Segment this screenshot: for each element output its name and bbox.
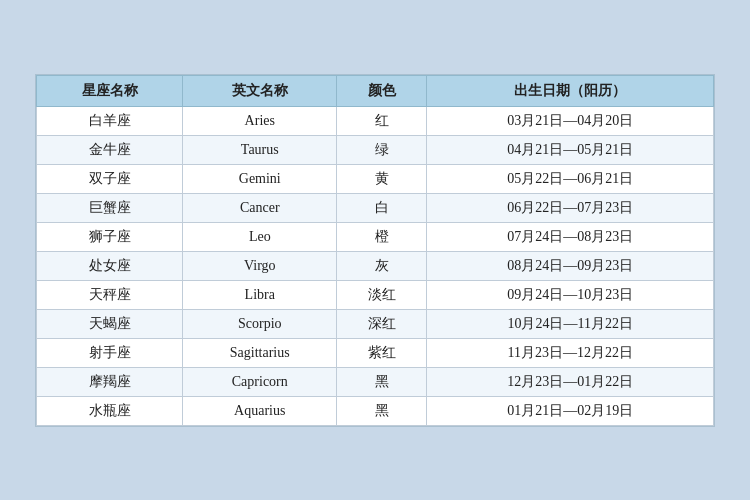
cell-chinese: 狮子座 <box>37 222 183 251</box>
cell-dates: 10月24日—11月22日 <box>427 309 714 338</box>
zodiac-table-container: 星座名称 英文名称 颜色 出生日期（阳历） 白羊座Aries红03月21日—04… <box>35 74 715 427</box>
cell-chinese: 天蝎座 <box>37 309 183 338</box>
cell-chinese: 天秤座 <box>37 280 183 309</box>
table-row: 水瓶座Aquarius黑01月21日—02月19日 <box>37 396 714 425</box>
table-header-row: 星座名称 英文名称 颜色 出生日期（阳历） <box>37 75 714 106</box>
cell-chinese: 白羊座 <box>37 106 183 135</box>
cell-chinese: 金牛座 <box>37 135 183 164</box>
cell-color: 深红 <box>337 309 427 338</box>
cell-english: Leo <box>183 222 337 251</box>
cell-dates: 01月21日—02月19日 <box>427 396 714 425</box>
table-row: 天蝎座Scorpio深红10月24日—11月22日 <box>37 309 714 338</box>
cell-color: 绿 <box>337 135 427 164</box>
col-header-dates: 出生日期（阳历） <box>427 75 714 106</box>
cell-dates: 09月24日—10月23日 <box>427 280 714 309</box>
cell-dates: 06月22日—07月23日 <box>427 193 714 222</box>
cell-dates: 05月22日—06月21日 <box>427 164 714 193</box>
col-header-chinese: 星座名称 <box>37 75 183 106</box>
zodiac-table: 星座名称 英文名称 颜色 出生日期（阳历） 白羊座Aries红03月21日—04… <box>36 75 714 426</box>
cell-chinese: 射手座 <box>37 338 183 367</box>
cell-english: Taurus <box>183 135 337 164</box>
col-header-color: 颜色 <box>337 75 427 106</box>
cell-english: Virgo <box>183 251 337 280</box>
table-row: 处女座Virgo灰08月24日—09月23日 <box>37 251 714 280</box>
cell-color: 淡红 <box>337 280 427 309</box>
table-row: 巨蟹座Cancer白06月22日—07月23日 <box>37 193 714 222</box>
cell-chinese: 处女座 <box>37 251 183 280</box>
cell-color: 灰 <box>337 251 427 280</box>
cell-dates: 08月24日—09月23日 <box>427 251 714 280</box>
cell-dates: 03月21日—04月20日 <box>427 106 714 135</box>
cell-color: 黑 <box>337 396 427 425</box>
cell-english: Libra <box>183 280 337 309</box>
cell-english: Gemini <box>183 164 337 193</box>
cell-color: 紫红 <box>337 338 427 367</box>
cell-chinese: 巨蟹座 <box>37 193 183 222</box>
cell-chinese: 双子座 <box>37 164 183 193</box>
cell-dates: 12月23日—01月22日 <box>427 367 714 396</box>
cell-color: 白 <box>337 193 427 222</box>
cell-dates: 04月21日—05月21日 <box>427 135 714 164</box>
cell-color: 橙 <box>337 222 427 251</box>
cell-dates: 11月23日—12月22日 <box>427 338 714 367</box>
table-body: 白羊座Aries红03月21日—04月20日金牛座Taurus绿04月21日—0… <box>37 106 714 425</box>
table-row: 射手座Sagittarius紫红11月23日—12月22日 <box>37 338 714 367</box>
cell-english: Aries <box>183 106 337 135</box>
table-row: 天秤座Libra淡红09月24日—10月23日 <box>37 280 714 309</box>
cell-color: 黑 <box>337 367 427 396</box>
table-row: 狮子座Leo橙07月24日—08月23日 <box>37 222 714 251</box>
cell-chinese: 水瓶座 <box>37 396 183 425</box>
cell-dates: 07月24日—08月23日 <box>427 222 714 251</box>
cell-english: Cancer <box>183 193 337 222</box>
table-row: 双子座Gemini黄05月22日—06月21日 <box>37 164 714 193</box>
cell-english: Sagittarius <box>183 338 337 367</box>
cell-chinese: 摩羯座 <box>37 367 183 396</box>
cell-english: Scorpio <box>183 309 337 338</box>
table-row: 摩羯座Capricorn黑12月23日—01月22日 <box>37 367 714 396</box>
cell-english: Aquarius <box>183 396 337 425</box>
cell-color: 红 <box>337 106 427 135</box>
table-row: 金牛座Taurus绿04月21日—05月21日 <box>37 135 714 164</box>
table-row: 白羊座Aries红03月21日—04月20日 <box>37 106 714 135</box>
cell-english: Capricorn <box>183 367 337 396</box>
col-header-english: 英文名称 <box>183 75 337 106</box>
cell-color: 黄 <box>337 164 427 193</box>
